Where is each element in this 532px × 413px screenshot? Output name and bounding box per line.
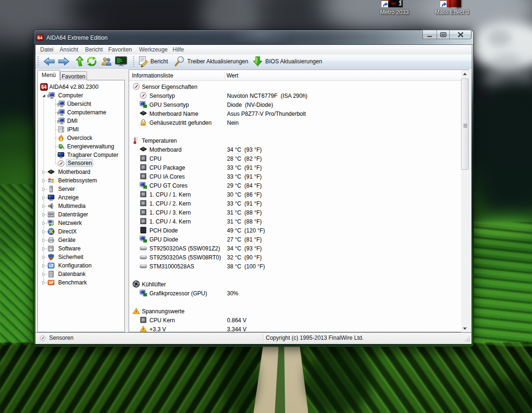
svg-text:64: 64 (41, 85, 47, 90)
svg-text:64: 64 (37, 35, 43, 40)
